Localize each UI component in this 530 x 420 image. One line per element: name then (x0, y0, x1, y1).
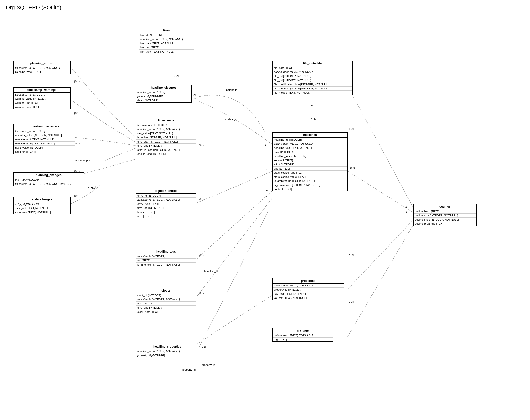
svg-text:0..N: 0..N (350, 166, 355, 169)
table-links: links link_id [INTEGER] headline_id [INT… (139, 28, 194, 54)
svg-text:1..N: 1..N (191, 97, 196, 100)
table-timestamps-header: timestamps (136, 118, 196, 123)
table-state-changes-header: state_changes (14, 197, 70, 202)
svg-text:0..N: 0..N (199, 254, 204, 257)
table-headlines: headlines headline_id [INTEGER] outline_… (272, 132, 348, 191)
svg-line-34 (348, 171, 413, 212)
table-headline-tags-row: is_inherited [INTEGER, NOT NULL] (136, 263, 196, 267)
table-outlines-row: outline_preamble [TEXT] (413, 222, 476, 226)
svg-text:1..N: 1..N (311, 118, 316, 121)
table-state-changes: state_changes entry_id [INTEGER] state_o… (13, 197, 71, 214)
svg-line-10 (102, 148, 136, 162)
table-file-metadata-header: file_metadata (273, 61, 352, 66)
table-file-metadata: file_metadata file_path [TEXT] outline_h… (272, 60, 353, 95)
table-planning-changes: planning_changes entry_id [INTEGER] time… (13, 172, 84, 186)
table-properties-row: outline_hash [TEXT, NOT NULL] (273, 284, 344, 288)
erd-diagram: 0..N 1..N 1..N parent_id headline_id {0,… (0, 13, 530, 420)
svg-line-42 (348, 225, 413, 337)
svg-text:0..N: 0..N (349, 300, 354, 303)
table-properties-row: key_text [TEXT, NOT NULL] (273, 292, 344, 296)
table-outlines: outlines outline_hash [TEXT] outline_siz… (413, 204, 476, 226)
svg-text:{0,1}: {0,1} (201, 345, 206, 348)
table-headline-closures-row: headline_id [INTEGER] (136, 90, 191, 94)
svg-text:{0,1}: {0,1} (74, 80, 80, 83)
table-headlines-row: stats_cookie_value [REAL] (273, 175, 347, 179)
table-timestamp-warnings-row: timestamp_id [INTEGER] (14, 93, 70, 97)
table-headline-properties: headline_properties headline_id [INTEGER… (136, 344, 199, 358)
table-state-changes-row: state_old [TEXT, NOT NULL] (14, 206, 70, 210)
table-timestamps-row: raw_value [TEXT, NOT NULL] (136, 131, 196, 135)
table-timestamps-row: timestamp_id [INTEGER] (136, 123, 196, 127)
table-headline-tags: headline_tags headline_id [INTEGER] tag … (136, 249, 196, 267)
table-timestamp-repeaters: timestamp_repeaters timestamp_id [INTEGE… (13, 124, 75, 154)
table-timestamps-row: start_is_long [INTEGER, NOT NULL] (136, 148, 196, 152)
table-headlines-row: priority [TEXT] (273, 166, 347, 171)
table-headlines-header: headlines (273, 133, 347, 138)
svg-text:{0,1}: {0,1} (74, 194, 80, 197)
table-headline-properties-row: property_id [INTEGER] (136, 353, 199, 357)
table-properties-row: property_id [INTEGER] (273, 288, 344, 292)
table-timestamp-warnings-header: timestamp_warnings (14, 88, 70, 93)
table-headlines-row: stats_cookie_type [TEXT] (273, 171, 347, 175)
svg-text:timestamp_id: timestamp_id (75, 159, 91, 162)
table-planning-entries: planning_entries timestamp_id [INTEGER, … (13, 60, 71, 74)
table-file-tags-row: outline_hash [TEXT, NOT NULL] (273, 333, 333, 338)
table-planning-entries-row: planning_type [TEXT] (14, 70, 70, 74)
table-timestamps-row: headline_id [INTEGER, NOT NULL] (136, 127, 196, 131)
table-timestamps-row: time_end [INTEGER] (136, 144, 196, 148)
table-file-metadata-row: file_path [TEXT] (273, 66, 352, 70)
svg-text:1: 1 (266, 169, 268, 172)
svg-text:1: 1 (406, 210, 408, 213)
table-headline-closures-row: depth [INTEGER] (136, 99, 191, 102)
table-planning-changes-row: entry_id [INTEGER] (14, 178, 84, 182)
table-file-tags: file_tags outline_hash [TEXT, NOT NULL] … (272, 328, 333, 342)
table-clocks-row: time_end [INTEGER] (136, 306, 196, 310)
svg-text:0..N: 0..N (349, 254, 354, 257)
page-title: Org-SQL ERD (SQLite) (0, 0, 530, 13)
svg-text:property_id: property_id (182, 368, 196, 371)
svg-line-24 (197, 198, 272, 297)
table-logbook-entries-row: time_logged [INTEGER] (136, 206, 196, 210)
table-links-row: link_id [INTEGER] (139, 33, 194, 37)
table-logbook-entries-row: entry_type [TEXT] (136, 202, 196, 206)
table-file-tags-header: file_tags (273, 328, 333, 333)
table-links-header: links (139, 28, 194, 33)
table-outlines-row: outline_hash [TEXT] (413, 210, 476, 213)
table-headline-tags-row: headline_id [INTEGER] (136, 254, 196, 258)
svg-line-37 (348, 86, 413, 208)
svg-text:property_id: property_id (202, 363, 215, 366)
table-timestamp-repeaters-row: repeater_value [INTEGER, NOT NULL] (14, 133, 75, 137)
table-timestamps-row: end_is_long [INTEGER] (136, 152, 196, 156)
svg-text:1: 1 (272, 200, 274, 203)
table-file-metadata-row: file_attr_change_time [INTEGER, NOT NULL… (273, 87, 352, 91)
table-headlines-row: headline_text [TEXT, NOT NULL] (273, 146, 347, 150)
table-headlines-row: content [TEXT] (273, 187, 347, 191)
table-links-row: link_type [TEXT, NOT NULL] (139, 50, 194, 54)
table-file-metadata-row: file_modification_time [INTEGER, NOT NUL… (273, 82, 352, 87)
table-links-row: link_text [TEXT] (139, 45, 194, 50)
table-headline-properties-row: headline_id [INTEGER, NOT NULL] (136, 349, 199, 353)
table-timestamp-warnings-row: warning_unit [TEXT] (14, 101, 70, 105)
table-headlines-row: headline_id [INTEGER] (273, 138, 347, 142)
table-planning-changes-row: timestamp_id [INTEGER, NOT NULL UNIQUE] (14, 182, 84, 186)
table-headlines-row: outline_hash [TEXT, NOT NULL] (273, 142, 347, 146)
table-clocks-row: clock_id [INTEGER] (136, 293, 196, 298)
table-clocks-row: time_start [INTEGER] (136, 301, 196, 306)
table-headlines-row: effort [INTEGER] (273, 163, 347, 166)
svg-text:headline_id: headline_id (224, 118, 237, 121)
table-timestamp-warnings: timestamp_warnings timestamp_id [INTEGER… (13, 87, 71, 109)
table-logbook-entries-row: note [TEXT] (136, 214, 196, 218)
svg-text:1: 1 (266, 188, 268, 191)
svg-text:1: 1 (311, 103, 313, 106)
table-headlines-row: keyword [TEXT] (273, 158, 347, 163)
table-logbook-entries-row: headline_id [INTEGER, NOT NULL] (136, 198, 196, 202)
table-clocks-row: headline_id [INTEGER, NOT NULL] (136, 298, 196, 301)
table-logbook-entries-row: header [TEXT] (136, 210, 196, 214)
svg-text:1: 1 (266, 195, 268, 198)
table-headlines-row: level [INTEGER] (273, 150, 347, 154)
table-timestamp-repeaters-row: habit_value [INTEGER] (14, 146, 75, 150)
table-timestamps-row: time_start [INTEGER, NOT NULL] (136, 140, 196, 144)
table-state-changes-row: entry_id [INTEGER] (14, 202, 70, 206)
svg-text:1: 1 (406, 205, 408, 208)
table-links-row: link_path [TEXT, NOT NULL] (139, 41, 194, 45)
